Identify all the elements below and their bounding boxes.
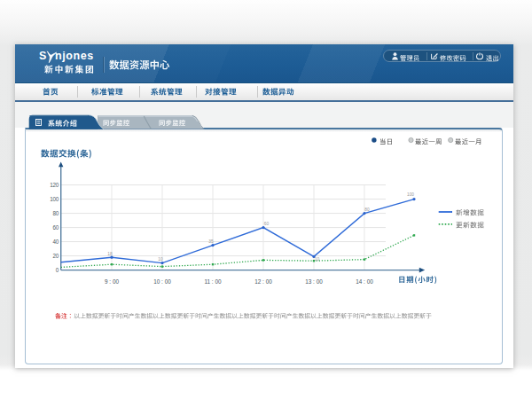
svg-text:20: 20 — [53, 253, 59, 259]
svg-text:60: 60 — [264, 222, 270, 226]
svg-text:100: 100 — [407, 192, 414, 197]
svg-text:14 : 00: 14 : 00 — [356, 278, 373, 285]
svg-text:13 : 00: 13 : 00 — [305, 278, 323, 285]
svg-text:11 : 00: 11 : 00 — [204, 278, 222, 285]
svg-text:40: 40 — [53, 239, 59, 245]
svg-text:18: 18 — [107, 252, 113, 256]
svg-text:100: 100 — [50, 196, 59, 202]
svg-text:80: 80 — [364, 207, 370, 212]
svg-text:120: 120 — [50, 182, 59, 188]
svg-text:12 : 00: 12 : 00 — [254, 278, 272, 285]
svg-text:10 : 00: 10 : 00 — [153, 278, 171, 285]
svg-text:35: 35 — [208, 239, 214, 244]
svg-text:60: 60 — [53, 224, 59, 231]
svg-text:0: 0 — [56, 267, 59, 273]
svg-text:80: 80 — [53, 210, 59, 216]
svg-text:10: 10 — [158, 257, 163, 262]
svg-text:9 : 00: 9 : 00 — [105, 278, 119, 285]
svg-text:10: 10 — [315, 257, 320, 262]
